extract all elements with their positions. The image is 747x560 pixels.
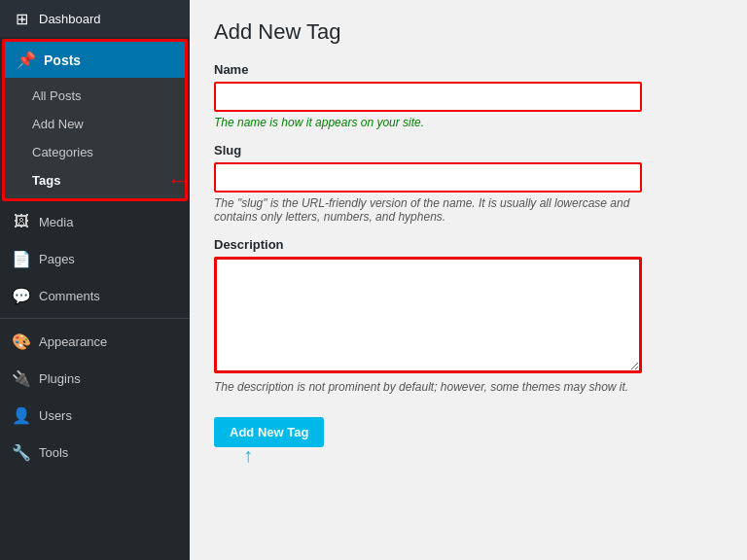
- tools-icon: 🔧: [12, 442, 31, 462]
- sidebar-item-tools[interactable]: 🔧 Tools: [0, 434, 190, 471]
- sidebar-item-tags[interactable]: Tags ←: [5, 166, 185, 194]
- add-tag-button[interactable]: Add New Tag: [214, 417, 324, 447]
- sidebar-label-appearance: Appearance: [39, 334, 107, 349]
- description-hint: The description is not prominent by defa…: [214, 380, 642, 394]
- pages-icon: 📄: [12, 249, 31, 268]
- button-arrow: ↑: [243, 444, 253, 467]
- sidebar-item-media[interactable]: 🖼 Media: [0, 203, 190, 240]
- sidebar-item-all-posts[interactable]: All Posts: [5, 82, 185, 110]
- tags-label: Tags: [32, 173, 60, 188]
- sidebar-item-categories[interactable]: Categories: [5, 138, 185, 166]
- description-input[interactable]: [214, 257, 642, 373]
- slug-input[interactable]: [214, 162, 642, 192]
- slug-hint: The "slug" is the URL-friendly version o…: [214, 196, 642, 224]
- sidebar-label-users: Users: [39, 408, 72, 423]
- sidebar: ⊞ Dashboard 📌 Posts All Posts Add New Ca…: [0, 0, 190, 560]
- sidebar-label-dashboard: Dashboard: [39, 12, 101, 26]
- dashboard-icon: ⊞: [12, 9, 31, 28]
- sidebar-item-dashboard[interactable]: ⊞ Dashboard: [0, 0, 190, 37]
- description-field: Description The description is not promi…: [214, 237, 723, 394]
- sidebar-item-comments[interactable]: 💬 Comments: [0, 277, 190, 314]
- sidebar-item-posts[interactable]: 📌 Posts: [5, 42, 185, 78]
- slug-label: Slug: [214, 143, 723, 158]
- sidebar-item-add-new[interactable]: Add New: [5, 110, 185, 138]
- media-icon: 🖼: [12, 212, 31, 231]
- main-content: Add New Tag Name The name is how it appe…: [190, 0, 747, 560]
- posts-submenu: All Posts Add New Categories Tags ←: [5, 78, 185, 198]
- slug-field: Slug The "slug" is the URL-friendly vers…: [214, 143, 723, 224]
- sidebar-label-pages: Pages: [39, 252, 75, 266]
- sidebar-label-plugins: Plugins: [39, 371, 81, 386]
- sidebar-label-posts: Posts: [44, 52, 81, 68]
- add-tag-form: Name The name is how it appears on your …: [214, 62, 723, 447]
- comments-icon: 💬: [12, 286, 31, 305]
- sidebar-label-tools: Tools: [39, 445, 68, 460]
- sidebar-item-users[interactable]: 👤 Users: [0, 397, 190, 434]
- sidebar-item-pages[interactable]: 📄 Pages: [0, 240, 190, 277]
- users-icon: 👤: [12, 405, 31, 425]
- page-title: Add New Tag: [214, 19, 723, 45]
- name-input[interactable]: [214, 82, 642, 112]
- description-label: Description: [214, 237, 723, 252]
- sidebar-label-comments: Comments: [39, 289, 100, 303]
- plugins-icon: 🔌: [12, 368, 31, 388]
- name-hint: The name is how it appears on your site.: [214, 116, 642, 129]
- sidebar-label-media: Media: [39, 215, 73, 229]
- all-posts-label: All Posts: [32, 88, 82, 103]
- sidebar-item-appearance[interactable]: 🎨 Appearance: [0, 323, 190, 360]
- submit-container: Add New Tag ↑: [214, 407, 324, 447]
- add-new-label: Add New: [32, 117, 84, 131]
- categories-label: Categories: [32, 145, 93, 159]
- name-label: Name: [214, 62, 723, 77]
- appearance-icon: 🎨: [12, 332, 31, 351]
- sidebar-posts-section: 📌 Posts All Posts Add New Categories Tag…: [2, 39, 188, 201]
- posts-icon: 📌: [17, 51, 36, 69]
- name-field: Name The name is how it appears on your …: [214, 62, 723, 129]
- sidebar-item-plugins[interactable]: 🔌 Plugins: [0, 360, 190, 397]
- tags-arrow: ←: [167, 168, 189, 193]
